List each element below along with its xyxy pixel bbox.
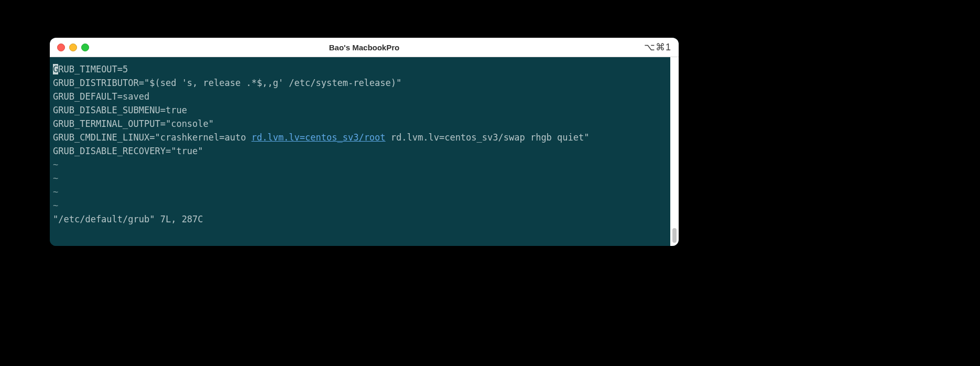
close-button[interactable]	[57, 44, 65, 51]
line-5-post: rd.lvm.lv=centos_sv3/swap rhgb quiet"	[386, 132, 590, 143]
terminal-content[interactable]: GRUB_TIMEOUT=5 GRUB_DISTRIBUTOR="$(sed '…	[50, 57, 670, 246]
line-2: GRUB_DEFAULT=saved	[53, 91, 149, 102]
line-1: GRUB_DISTRIBUTOR="$(sed 's, release .*$,…	[53, 78, 401, 88]
empty-line-marker: ~	[53, 173, 58, 184]
terminal-window: Bao's MacbookPro ⌥⌘1 GRUB_TIMEOUT=5 GRUB…	[50, 38, 679, 246]
cursor: G	[53, 64, 58, 74]
terminal-body: GRUB_TIMEOUT=5 GRUB_DISTRIBUTOR="$(sed '…	[50, 57, 679, 246]
minimize-button[interactable]	[69, 44, 77, 51]
window-shortcut: ⌥⌘1	[644, 38, 671, 57]
empty-line-marker: ~	[53, 200, 58, 211]
line-5-link[interactable]: rd.lvm.lv=centos_sv3/root	[252, 132, 386, 143]
line-3: GRUB_DISABLE_SUBMENU=true	[53, 105, 187, 115]
line-5-pre: GRUB_CMDLINE_LINUX="crashkernel=auto	[53, 132, 252, 143]
zoom-button[interactable]	[81, 44, 89, 51]
empty-line-marker: ~	[53, 159, 58, 170]
line-6: GRUB_DISABLE_RECOVERY="true"	[53, 146, 203, 156]
line-0-rest: RUB_TIMEOUT=5	[58, 64, 128, 74]
scrollbar-thumb[interactable]	[672, 228, 677, 243]
scrollbar[interactable]	[670, 57, 679, 246]
traffic-lights	[50, 44, 89, 51]
empty-line-marker: ~	[53, 187, 58, 197]
window-title: Bao's MacbookPro	[50, 43, 679, 52]
status-line: "/etc/default/grub" 7L, 287C	[53, 214, 203, 224]
titlebar[interactable]: Bao's MacbookPro ⌥⌘1	[50, 38, 679, 57]
line-4: GRUB_TERMINAL_OUTPUT="console"	[53, 119, 214, 129]
